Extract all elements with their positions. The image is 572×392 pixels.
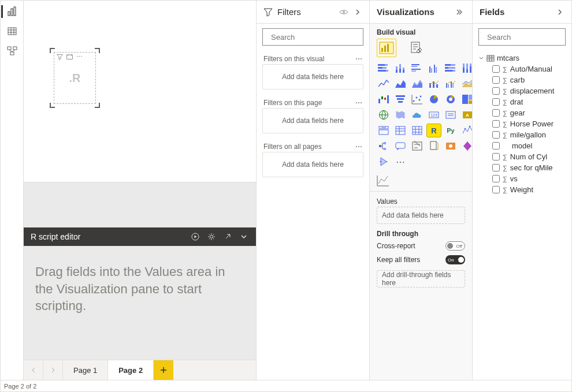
section-more-icon[interactable]: ⋯ — [355, 99, 362, 107]
viz-get-more[interactable] — [377, 155, 391, 168]
viz-map[interactable] — [377, 109, 391, 121]
field-row[interactable]: ∑Num of Cyl — [478, 151, 566, 162]
viz-scatter[interactable] — [410, 93, 424, 106]
analytics-icon[interactable] — [377, 175, 389, 186]
section-more-icon[interactable]: ⋯ — [355, 143, 362, 151]
viz-100-stacked-bar[interactable] — [444, 62, 458, 74]
r-visual-placeholder[interactable]: ⋯ i Select or drag fields to populate th… — [51, 49, 99, 107]
fields-search[interactable] — [478, 28, 566, 46]
focus-icon[interactable] — [66, 54, 73, 60]
viz-donut[interactable] — [444, 93, 458, 106]
build-visual-tab[interactable] — [377, 39, 396, 57]
field-row[interactable]: ∑sec for qMile — [478, 162, 566, 173]
field-row[interactable]: ∑vs — [478, 173, 566, 184]
popout-icon[interactable] — [222, 232, 233, 242]
expand-viz-icon[interactable] — [456, 8, 465, 17]
viz-pie[interactable] — [427, 93, 441, 106]
viz-line[interactable] — [377, 77, 391, 90]
filter-icon[interactable] — [57, 54, 63, 60]
report-view-button[interactable] — [1, 3, 23, 20]
viz-r-script[interactable]: R — [427, 124, 441, 137]
viz-funnel[interactable] — [393, 93, 407, 106]
viz-clustered-column[interactable] — [427, 62, 441, 74]
viz-python[interactable]: Py — [444, 124, 458, 137]
filters-page-drop[interactable]: Add data fields here — [262, 108, 363, 133]
viz-decomposition[interactable] — [377, 140, 391, 152]
script-options-icon[interactable] — [206, 232, 217, 242]
viz-filled-map[interactable] — [393, 109, 407, 121]
field-checkbox[interactable] — [492, 164, 500, 171]
viz-smart-narrative[interactable] — [410, 140, 424, 152]
drill-through-dropzone[interactable]: Add drill-through fields here — [377, 270, 465, 288]
viz-waterfall[interactable] — [377, 93, 391, 106]
viz-more-button[interactable]: ⋯ — [393, 155, 407, 168]
r-script-editor-body[interactable]: Drag fields into the Values area in the … — [24, 246, 256, 360]
collapse-filters-icon[interactable] — [353, 8, 362, 17]
keep-filters-toggle[interactable]: On — [445, 255, 465, 264]
fields-search-input[interactable] — [487, 33, 572, 42]
viz-gauge[interactable]: 123 — [427, 109, 441, 121]
field-row[interactable]: ∑carb — [478, 74, 566, 85]
viz-paginated[interactable] — [427, 140, 441, 152]
field-row[interactable]: ∑Auto/Manual — [478, 64, 566, 74]
viz-stacked-area[interactable] — [410, 77, 424, 90]
resize-handle-tr[interactable] — [94, 48, 100, 54]
viz-line-clustered[interactable] — [444, 77, 458, 90]
viz-line-stacked[interactable] — [427, 77, 441, 90]
model-view-button[interactable] — [1, 42, 23, 59]
section-more-icon[interactable]: ⋯ — [355, 55, 362, 63]
field-row[interactable]: model — [478, 140, 566, 151]
viz-stacked-bar[interactable] — [377, 62, 391, 74]
show-hide-icon[interactable] — [339, 8, 348, 17]
viz-card[interactable] — [444, 109, 458, 121]
field-checkbox[interactable] — [492, 120, 500, 128]
field-checkbox[interactable] — [492, 109, 500, 117]
cross-report-toggle[interactable]: Off — [445, 241, 465, 251]
field-checkbox[interactable] — [492, 98, 500, 106]
field-checkbox[interactable] — [492, 131, 500, 139]
filters-search[interactable] — [262, 28, 363, 46]
viz-arcgis[interactable] — [444, 140, 458, 152]
run-script-icon[interactable] — [190, 232, 200, 242]
field-checkbox[interactable] — [492, 175, 500, 182]
field-checkbox[interactable] — [492, 65, 500, 73]
viz-stacked-column[interactable] — [393, 62, 407, 74]
field-row[interactable]: ∑drat — [478, 96, 566, 107]
tab-prev-button[interactable] — [24, 360, 43, 380]
tab-next-button[interactable] — [43, 360, 63, 380]
tab-page-2[interactable]: Page 2 — [108, 360, 154, 380]
filters-visual-drop[interactable]: Add data fields here — [262, 64, 363, 89]
fields-table-row[interactable]: mtcars — [478, 53, 566, 64]
viz-qna[interactable] — [393, 140, 407, 152]
resize-handle-bl[interactable] — [50, 102, 55, 108]
resize-handle-tl[interactable] — [50, 48, 55, 54]
viz-table[interactable] — [410, 124, 424, 137]
filters-all-drop[interactable]: Add data fields here — [262, 152, 363, 177]
field-checkbox[interactable] — [492, 142, 500, 150]
viz-slicer[interactable] — [393, 124, 407, 137]
viz-clustered-bar[interactable] — [410, 62, 424, 74]
viz-azure-map[interactable] — [410, 109, 424, 121]
data-view-button[interactable] — [1, 23, 23, 40]
field-checkbox[interactable] — [492, 186, 500, 193]
resize-handle-br[interactable] — [94, 102, 100, 108]
viz-kpi[interactable] — [377, 124, 391, 137]
collapse-editor-icon[interactable] — [239, 232, 249, 242]
values-dropzone[interactable]: Add data fields here — [377, 207, 465, 224]
field-row[interactable]: ∑gear — [478, 107, 566, 118]
format-visual-tab[interactable] — [407, 39, 426, 57]
collapse-fields-icon[interactable] — [555, 8, 564, 17]
field-checkbox[interactable] — [492, 76, 500, 84]
report-canvas[interactable]: ⋯ i Select or drag fields to populate th… — [24, 1, 256, 182]
tab-page-1[interactable]: Page 1 — [63, 360, 108, 380]
field-checkbox[interactable] — [492, 153, 500, 160]
field-checkbox[interactable] — [492, 87, 500, 95]
filters-search-input[interactable] — [271, 33, 368, 42]
viz-area[interactable] — [393, 77, 407, 90]
more-options-icon[interactable]: ⋯ — [76, 54, 83, 60]
add-page-button[interactable] — [154, 360, 173, 380]
field-row[interactable]: ∑displacement — [478, 85, 566, 96]
field-row[interactable]: ∑Horse Power — [478, 118, 566, 129]
field-row[interactable]: ∑Weight — [478, 184, 566, 195]
field-row[interactable]: ∑mile/gallon — [478, 129, 566, 140]
